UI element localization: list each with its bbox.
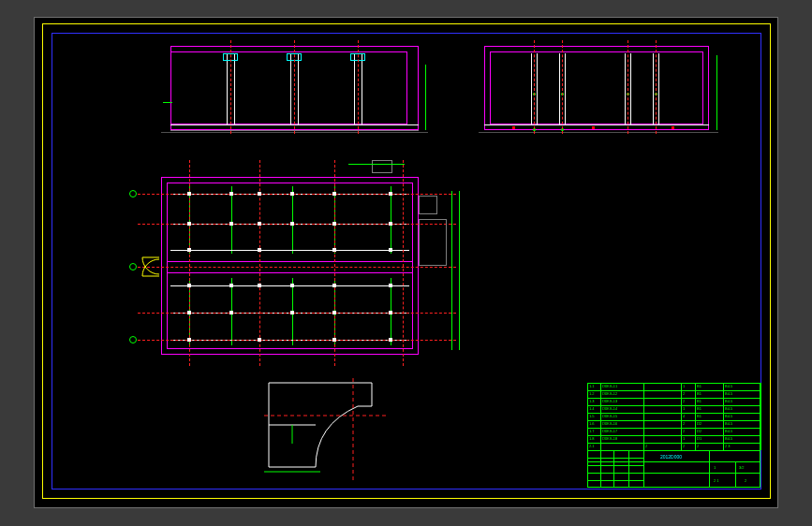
bom-cell: 2 bbox=[683, 421, 685, 426]
bom-cell: B4.5 bbox=[725, 399, 732, 403]
bom-cell: B1 bbox=[697, 384, 701, 388]
bom-cell: D0KS-13 bbox=[602, 399, 617, 403]
elevation-view-left bbox=[170, 46, 419, 139]
bom-cell: B4.5 bbox=[725, 436, 732, 441]
bom-cell: B1 bbox=[697, 414, 701, 418]
project-number: 2012D000 bbox=[660, 454, 682, 460]
bom-cell: B4.5 bbox=[725, 421, 732, 426]
bom-cell: D1 bbox=[697, 436, 701, 441]
sheet-label-left: 1 bbox=[714, 465, 716, 470]
bom-cell: 1.7 bbox=[589, 429, 595, 433]
bom-cell: B1 bbox=[697, 406, 701, 411]
detail-view-curve bbox=[264, 378, 386, 481]
bom-cell: D0KS-17 bbox=[602, 429, 617, 433]
bom-cell: D0KS-18 bbox=[602, 436, 617, 441]
bom-cell: D2 bbox=[697, 429, 701, 433]
bom-cell: B4.5 bbox=[725, 429, 732, 433]
bom-cell: 2 3 bbox=[725, 444, 731, 448]
bom-cell: 4 bbox=[683, 414, 685, 418]
title-block: 1.1D0KS-111B1B4.51.2D0KS-122B1B4.51.3D0K… bbox=[587, 383, 760, 488]
bom-cell: D0KS-16 bbox=[602, 421, 617, 426]
plan-view bbox=[161, 168, 470, 373]
bom-cell: 2 bbox=[683, 429, 685, 433]
bom-cell: 1.5 bbox=[589, 414, 595, 418]
bom-cell: 1.6 bbox=[589, 421, 595, 426]
bom-cell: 2 bbox=[683, 399, 685, 403]
bom-cell: 2.1 bbox=[589, 444, 595, 448]
bom-cell: 1.8 bbox=[589, 436, 595, 441]
bom-cell: D2 bbox=[697, 421, 701, 426]
bom-cell: 1.4 bbox=[589, 406, 595, 411]
bom-cell: 1 bbox=[683, 384, 685, 388]
bom-cell: D0KS-14 bbox=[602, 406, 617, 411]
bom-cell: 2 bbox=[683, 444, 685, 448]
cad-viewport[interactable]: 1.1D0KS-111B1B4.51.2D0KS-122B1B4.51.3D0K… bbox=[34, 17, 778, 508]
bom-cell: B4.5 bbox=[725, 391, 732, 396]
bom-cell: 2 bbox=[697, 444, 699, 448]
bom-cell: D0KS-11 bbox=[602, 384, 617, 388]
bom-cell: D0KS-15 bbox=[602, 414, 617, 418]
section-view-right bbox=[484, 46, 718, 139]
sheet-total: 2 bbox=[745, 478, 746, 483]
bom-cell: 1.2 bbox=[589, 391, 595, 396]
bom-cell: 2 bbox=[683, 391, 685, 396]
sheet-num: 2 1 bbox=[714, 478, 719, 483]
bom-cell: B4.5 bbox=[725, 414, 732, 418]
bom-cell: B1 bbox=[697, 391, 701, 396]
bom-cell: B1 bbox=[697, 399, 701, 403]
bom-cell: 2 bbox=[645, 444, 647, 448]
bom-cell: 1 bbox=[683, 436, 685, 441]
bom-cell: D0KS-12 bbox=[602, 391, 617, 396]
bom-cell: 1 bbox=[683, 406, 685, 411]
bom-cell: 1.3 bbox=[589, 399, 595, 403]
sheet-label-right: 3/2 bbox=[739, 465, 745, 470]
bom-cell: 1.1 bbox=[589, 384, 595, 388]
bom-cell: B4.5 bbox=[725, 384, 732, 388]
bom-cell: B4.5 bbox=[725, 406, 732, 411]
